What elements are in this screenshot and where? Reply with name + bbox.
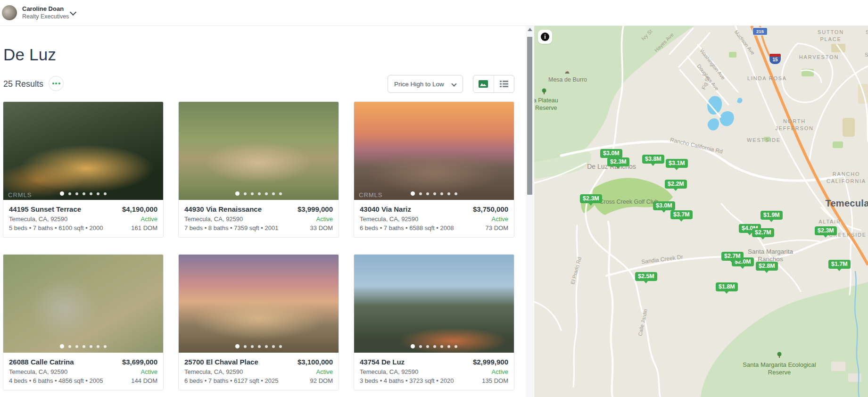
listing-location: Temecula, CA, 92590 — [184, 367, 243, 376]
sort-dropdown[interactable]: Price High to Low — [388, 75, 463, 93]
price-marker[interactable]: $3.8M — [642, 155, 664, 164]
chevron-down-icon — [451, 81, 456, 86]
status-badge: Active — [316, 367, 333, 376]
listing-details: 6 beds • 7 baths • 6127 sqft • 2025 — [184, 376, 278, 385]
agency-name: Realty Executives — [22, 13, 69, 20]
map-label-summ: SUMM — [865, 52, 868, 58]
carousel-dots[interactable] — [179, 191, 339, 196]
listing-photo[interactable]: CRMLS — [3, 102, 163, 200]
listing-details: 5 beds • 7 baths • 6100 sqft • 2000 — [9, 223, 103, 232]
listing-dom: 73 DOM — [486, 223, 508, 232]
status-badge: Active — [141, 215, 157, 223]
listing-price: $3,750,000 — [473, 204, 508, 215]
price-marker[interactable]: $2.3M — [607, 157, 629, 166]
listing-photo[interactable] — [179, 102, 339, 200]
map[interactable]: SUTTON PLACE HARVESTON SUMM S LINDA ROSA… — [534, 26, 868, 397]
listing-price: $3,100,000 — [298, 357, 333, 367]
listing-location: Temecula, CA, 92590 — [360, 367, 418, 376]
carousel-dots[interactable] — [3, 191, 163, 196]
gallery-icon — [479, 80, 488, 88]
map-label-westside: WESTSIDE — [747, 137, 781, 143]
status-badge: Active — [141, 367, 157, 376]
tree-icon — [541, 88, 547, 95]
listing-location: Temecula, CA, 92590 — [9, 215, 67, 223]
status-badge: Active — [492, 367, 508, 376]
listing-card[interactable]: 44930 Via Renaissance$3,999,000 Temecula… — [178, 101, 339, 238]
carousel-dots[interactable] — [354, 344, 514, 348]
mountain-icon — [564, 69, 570, 74]
listing-address: 43040 Via Nariz — [360, 204, 411, 215]
listings-grid: CRMLS 44195 Sunset Terrace$4,190,000 Tem… — [3, 101, 514, 390]
list-icon — [500, 81, 508, 87]
list-view-button[interactable] — [494, 75, 514, 92]
map-info-button[interactable]: i — [538, 30, 552, 44]
price-marker[interactable]: $2.5M — [635, 272, 657, 281]
price-marker[interactable]: $2.7M — [752, 228, 774, 237]
listing-card[interactable]: 26088 Calle Catrina$3,699,000 Temecula, … — [3, 254, 164, 390]
listing-price: $3,999,000 — [298, 204, 333, 215]
map-label-north-jefferson: NORTH JEFFERSON — [770, 118, 819, 132]
app-header: Caroline Doan Realty Executives — [0, 0, 868, 26]
listing-photo[interactable] — [354, 255, 514, 353]
listing-price: $3,699,000 — [122, 357, 157, 367]
listing-photo[interactable]: CRMLS — [354, 102, 514, 200]
listing-address: 44195 Sunset Terrace — [9, 204, 81, 215]
carousel-dots[interactable] — [354, 191, 514, 196]
map-label-sutton-place: SUTTON PLACE — [812, 29, 850, 43]
listing-details: 4 beds • 6 baths • 4856 sqft • 2005 — [9, 376, 103, 385]
map-label-santa-margarita-reserve: Santa Margarita Ecological Reserve — [738, 361, 821, 376]
price-marker[interactable]: $3.7M — [670, 210, 693, 219]
highway-215-shield: 215 — [752, 27, 768, 35]
price-marker[interactable]: $2.3M — [580, 194, 602, 203]
map-label-linda-rosa: LINDA ROSA — [747, 75, 787, 81]
agent-name: Caroline Doan — [22, 5, 64, 12]
info-icon: i — [541, 33, 549, 41]
listing-dom: 144 DOM — [131, 376, 157, 385]
listing-card[interactable]: 43754 De Luz$2,999,900 Temecula, CA, 925… — [354, 254, 514, 390]
scrollbar-thumb[interactable] — [527, 37, 532, 195]
gallery-view-button[interactable] — [473, 75, 494, 92]
listing-address: 25700 El Chaval Place — [184, 357, 258, 367]
price-marker[interactable]: $1.9M — [761, 211, 783, 220]
map-label-rancho-california: RANCHO CALIFORNIA — [824, 171, 868, 185]
map-label-santa-rosa-reserve: Santa Rosa Plateau Ecological Reserve — [534, 97, 564, 112]
results-count: 25 Results — [3, 79, 43, 89]
listing-dom: 92 DOM — [310, 376, 333, 385]
listing-card[interactable]: 25700 El Chaval Place$3,100,000 Temecula… — [178, 254, 339, 390]
price-marker[interactable]: $3.1M — [666, 159, 688, 168]
listing-photo[interactable] — [3, 255, 163, 353]
map-label-mesa-de-burro: Mesa de Burro — [548, 76, 587, 83]
scrollbar[interactable] — [526, 26, 534, 397]
carousel-dots[interactable] — [3, 344, 163, 348]
listing-dom: 161 DOM — [131, 223, 157, 232]
listing-price: $2,999,900 — [473, 357, 508, 367]
avatar[interactable] — [2, 5, 17, 20]
listing-location: Temecula, CA, 92590 — [184, 215, 243, 223]
price-marker[interactable]: $2.7M — [721, 252, 744, 261]
price-marker[interactable]: $1.8M — [716, 282, 738, 291]
map-label-harveston: HARVESTON — [799, 54, 839, 60]
map-label-altair: ALTAIR — [818, 219, 841, 224]
sort-value: Price High to Low — [394, 81, 444, 88]
view-toggle — [473, 75, 514, 93]
listing-card[interactable]: CRMLS 44195 Sunset Terrace$4,190,000 Tem… — [3, 101, 164, 238]
listing-address: 43754 De Luz — [360, 357, 405, 367]
listing-photo[interactable] — [179, 255, 339, 353]
chevron-down-icon[interactable] — [70, 9, 76, 16]
listing-card[interactable]: CRMLS 43040 Via Nariz$3,750,000 Temecula… — [354, 101, 514, 238]
map-label-cross-creek-golf-club: Cross Creek Golf Club — [599, 198, 658, 205]
listing-details: 7 beds • 8 baths • 7359 sqft • 2001 — [184, 223, 278, 232]
carousel-dots[interactable] — [179, 344, 339, 348]
price-marker[interactable]: $2.3M — [815, 226, 837, 235]
interstate-15-shield: 15 — [769, 53, 781, 65]
map-label-s: S — [866, 29, 868, 35]
price-marker[interactable]: $1.7M — [828, 260, 851, 269]
price-marker[interactable]: $3.0M — [600, 149, 622, 158]
more-options-button[interactable] — [49, 76, 64, 91]
scroll-up-arrow[interactable] — [528, 28, 532, 31]
price-marker[interactable]: $2.2M — [665, 180, 687, 189]
status-badge: Active — [492, 215, 508, 223]
price-marker[interactable]: $2.8M — [756, 262, 778, 271]
listing-price: $4,190,000 — [122, 204, 157, 215]
price-marker[interactable]: $3.0M — [653, 201, 675, 210]
